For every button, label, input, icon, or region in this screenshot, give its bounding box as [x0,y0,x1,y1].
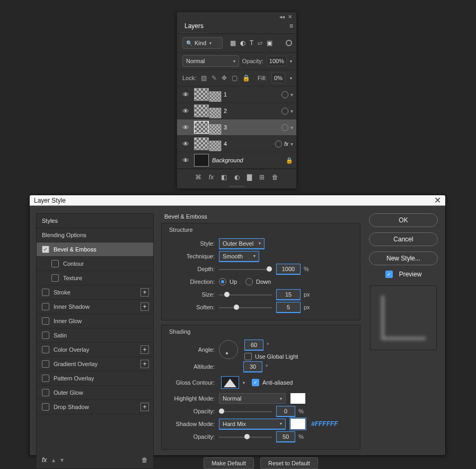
filter-smart-icon[interactable]: ▣ [267,39,272,47]
lock-all-icon[interactable]: 🔒 [242,74,250,82]
adjustment-icon[interactable]: ◐ [234,173,240,181]
layer-row[interactable]: 👁 4 fx▾ [177,136,296,152]
preview-checkbox[interactable]: ✓ [385,271,393,278]
lock-pixels-icon[interactable]: ▧ [201,74,207,82]
styles-header[interactable]: Styles [37,214,153,228]
blend-mode-dropdown[interactable]: Normal ▾ [182,55,239,67]
angle-dial[interactable] [219,340,238,359]
trash-icon[interactable]: 🗑 [272,173,278,181]
checkbox-icon[interactable] [42,317,49,325]
list-item-satin[interactable]: Satin [37,328,153,343]
list-item-inner-glow[interactable]: Inner Glow [37,314,153,328]
resize-grip[interactable] [177,185,296,188]
chevron-down-icon[interactable]: ▾ [243,380,245,385]
filter-kind-dropdown[interactable]: 🔍 Kind ▾ [182,37,223,49]
lock-brush-icon[interactable]: ✎ [211,74,217,82]
shadow-opacity-field[interactable]: 50 [276,431,295,442]
chevron-down-icon[interactable]: ▾ [290,141,293,147]
visibility-icon[interactable]: 👁 [181,157,190,164]
soften-slider[interactable] [219,303,272,311]
depth-field[interactable]: 1000 [276,264,301,275]
highlight-color-swatch[interactable] [290,393,306,404]
visibility-icon[interactable]: 👁 [181,91,190,99]
list-item-blending-options[interactable]: Blending Options [37,228,153,242]
chevron-down-icon[interactable]: ▾ [290,76,292,81]
list-item-stroke[interactable]: Stroke + [37,285,153,300]
filter-shape-icon[interactable]: ▱ [258,39,262,47]
opacity-field[interactable]: 100% [267,56,287,66]
folder-icon[interactable]: ▇ [247,173,252,181]
list-item-gradient-overlay[interactable]: Gradient Overlay + [37,357,153,371]
checkbox-icon[interactable] [42,389,49,396]
checkbox-icon[interactable] [42,303,49,310]
layer-name[interactable]: 2 [224,108,281,114]
highlight-opacity-slider[interactable] [219,407,272,415]
checkbox-icon[interactable] [42,360,49,368]
layer-row[interactable]: 👁 2 ▾ [177,103,296,119]
filter-adjust-icon[interactable]: ◐ [240,39,245,47]
lock-move-icon[interactable]: ✥ [222,74,227,82]
visibility-icon[interactable]: 👁 [181,107,190,115]
panel-grip[interactable]: ◂◂ ✕ [177,12,296,19]
checkbox-icon[interactable] [51,260,59,267]
style-dropdown[interactable]: Outer Bevel ▾ [219,238,265,249]
altitude-field[interactable]: 30 [243,361,262,372]
anti-aliased-checkbox[interactable]: ✓ [252,379,259,386]
layer-row[interactable]: 👁 1 ▾ [177,86,296,103]
link-ring-icon[interactable] [275,141,282,147]
size-slider[interactable] [219,291,272,298]
layer-name[interactable]: 4 [224,141,275,147]
add-effect-icon[interactable]: + [140,403,149,411]
panel-menu-icon[interactable]: ≡ [289,22,293,30]
direction-up-radio[interactable] [219,278,226,285]
checkbox-icon[interactable]: ✓ [42,246,49,253]
add-effect-icon[interactable]: + [140,288,149,297]
checkbox-icon[interactable] [42,346,49,353]
chevron-down-icon[interactable]: ▾ [290,59,292,64]
layer-row[interactable]: 👁 Background 🔒 [177,152,296,169]
add-effect-icon[interactable]: + [140,360,149,368]
list-item-color-overlay[interactable]: Color Overlay + [37,343,153,357]
add-effect-icon[interactable]: + [140,345,149,354]
list-item-contour[interactable]: Contour [37,257,153,271]
visibility-icon[interactable]: 👁 [181,124,190,132]
trash-icon[interactable]: 🗑 [142,456,148,464]
ok-button[interactable]: OK [369,213,438,227]
direction-down-radio[interactable] [245,278,253,285]
layer-name[interactable]: Background [212,157,286,163]
filter-image-icon[interactable]: ▦ [230,39,236,47]
cancel-button[interactable]: Cancel [369,232,438,246]
fill-field[interactable]: 0% [271,73,285,83]
filter-toggle-icon[interactable] [286,40,292,46]
chevron-down-icon[interactable]: ▾ [290,125,293,131]
close-icon[interactable]: ✕ [434,195,441,205]
reset-default-button[interactable]: Reset to Default [260,457,318,469]
list-item-texture[interactable]: Texture [37,271,153,285]
checkbox-icon[interactable] [51,274,59,282]
link-icon[interactable]: ⌘ [195,173,201,181]
layer-name[interactable]: 1 [224,91,281,98]
gloss-contour-picker[interactable]: ▾ [221,376,239,389]
link-ring-icon[interactable] [281,108,288,115]
checkbox-icon[interactable] [42,403,49,411]
chevron-down-icon[interactable]: ▾ [290,92,293,98]
list-item-bevel-emboss[interactable]: ✓ Bevel & Emboss [37,242,153,257]
visibility-icon[interactable]: 👁 [181,140,190,148]
link-ring-icon[interactable] [281,124,288,131]
list-item-outer-glow[interactable]: Outer Glow [37,386,153,400]
new-style-button[interactable]: New Style... [369,251,438,265]
tab-layers[interactable]: Layers [180,19,208,33]
add-effect-icon[interactable]: + [140,302,149,311]
make-default-button[interactable]: Make Default [204,457,254,469]
technique-dropdown[interactable]: Smooth ▾ [219,251,259,262]
angle-field[interactable]: 60 [244,340,263,351]
highlight-mode-dropdown[interactable]: Normal ▾ [219,393,286,404]
shadow-color-swatch[interactable] [290,418,306,430]
checkbox-icon[interactable] [42,332,49,339]
collapse-icon[interactable]: ◂◂ [279,14,285,20]
lock-artboard-icon[interactable]: ▢ [232,74,237,82]
list-item-drop-shadow[interactable]: Drop Shadow + [37,400,153,414]
close-panel-icon[interactable]: ✕ [288,14,292,20]
dialog-titlebar[interactable]: Layer Style ✕ [30,195,445,206]
move-down-icon[interactable]: ▾ [60,456,64,464]
